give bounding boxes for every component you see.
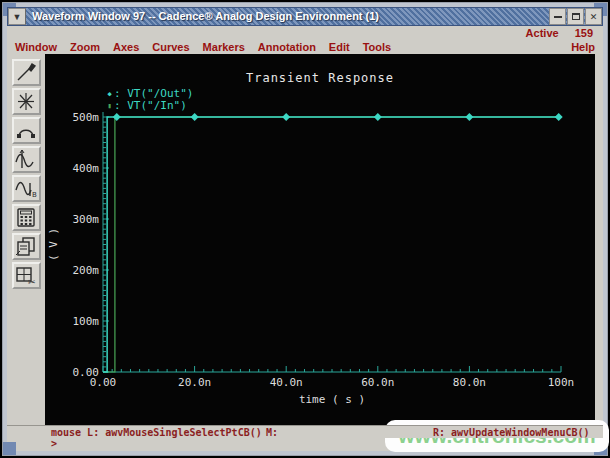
- toolbar-button-waveform-marker[interactable]: [12, 146, 41, 173]
- minimize-button[interactable]: [549, 8, 566, 25]
- trace-marker-diamond: [374, 113, 382, 121]
- y-tick-label: 300m: [73, 213, 100, 226]
- toolbar-button-wand[interactable]: [12, 59, 41, 86]
- side-toolbar: B: [7, 54, 45, 425]
- x-tick-label: 20.0n: [178, 376, 211, 389]
- active-status-row: Active 159: [7, 26, 603, 39]
- trace-marker-diamond: [191, 113, 199, 121]
- application-window: ▼ Waveform Window 97 -- Cadence® Analog …: [0, 0, 610, 458]
- plot-title: Transient Response: [45, 71, 595, 85]
- svg-text:B: B: [32, 191, 37, 199]
- status-mouse-left: mouse L: awvMouseSingleSelectPtCB(): [51, 427, 262, 438]
- legend-row-in: ▮: VT("/In"): [105, 100, 193, 112]
- close-icon: ✕: [590, 12, 598, 22]
- wand-icon: [14, 62, 38, 83]
- toolbar-button-calculator[interactable]: [12, 204, 41, 231]
- trace-marker-diamond: [113, 113, 121, 121]
- starburst-icon: [14, 91, 38, 112]
- menu-item-window[interactable]: Window: [15, 41, 57, 53]
- y-tick-label: 500m: [73, 111, 100, 124]
- active-count: 159: [575, 27, 593, 39]
- window-menu-button[interactable]: ▼: [8, 8, 26, 25]
- menu-item-markers[interactable]: Markers: [203, 41, 245, 53]
- subwave-icon: B: [14, 178, 38, 199]
- trace-marker-diamond: [282, 113, 290, 121]
- split-window-icon: ✂: [14, 265, 38, 286]
- arc-endpoints-icon: [14, 120, 38, 141]
- menu-item-tools[interactable]: Tools: [363, 41, 392, 53]
- menu-item-annotation[interactable]: Annotation: [258, 41, 316, 53]
- toolbar-button-split-window[interactable]: ✂: [12, 262, 41, 289]
- menubar: Window Zoom Axes Curves Markers Annotati…: [7, 39, 603, 53]
- window-frame: ▼ Waveform Window 97 -- Cadence® Analog …: [2, 2, 608, 456]
- waveform-marker-icon: [14, 149, 38, 170]
- y-tick-label: 0.00: [73, 366, 100, 379]
- maximize-icon: [572, 13, 580, 20]
- cli-prompt[interactable]: >: [51, 438, 57, 449]
- statusbar: mouse L: awvMouseSingleSelectPtCB() M: R…: [7, 425, 603, 439]
- x-tick-label: 100n: [548, 376, 575, 389]
- menu-item-edit[interactable]: Edit: [329, 41, 350, 53]
- menu-item-zoom[interactable]: Zoom: [70, 41, 100, 53]
- main-area: B: [7, 54, 603, 425]
- calculator-icon: [14, 207, 38, 228]
- x-tick-label: 60.0n: [361, 376, 394, 389]
- toolbar-button-starburst[interactable]: [12, 88, 41, 115]
- trace-out: [103, 117, 561, 372]
- resize-corner-bottomleft[interactable]: [3, 442, 16, 455]
- status-mouse-middle: M:: [266, 427, 278, 438]
- x-tick-label: 40.0n: [270, 376, 303, 389]
- plot-area[interactable]: 0.0020.0n40.0n60.0n80.0n100n0.00100m200m…: [45, 54, 595, 425]
- minimize-icon: [554, 16, 562, 18]
- x-tick-label: 80.0n: [453, 376, 486, 389]
- toolbar-button-copy-graph[interactable]: [12, 233, 41, 260]
- window-controls: ✕: [548, 8, 602, 25]
- svg-text:✂: ✂: [28, 277, 36, 286]
- y-tick-label: 100m: [73, 315, 100, 328]
- y-tick-label: 400m: [73, 162, 100, 175]
- titlebar[interactable]: ▼ Waveform Window 97 -- Cadence® Analog …: [7, 7, 603, 26]
- trace-in: [103, 117, 561, 372]
- y-axis-label: ( V ): [47, 228, 60, 261]
- legend: ◆: VT("/Out") ▮: VT("/In"): [105, 88, 193, 112]
- menu-item-help[interactable]: Help: [571, 41, 595, 53]
- active-label: Active: [526, 27, 559, 39]
- menu-item-curves[interactable]: Curves: [152, 41, 189, 53]
- out-trace-diamond-icon: ◆: [105, 88, 114, 100]
- window-title: Waveform Window 97 -- Cadence® Analog De…: [26, 8, 548, 25]
- copy-graph-icon: [14, 236, 38, 257]
- toolbar-button-arc[interactable]: [12, 117, 41, 144]
- menu-item-axes[interactable]: Axes: [113, 41, 139, 53]
- toolbar-button-subwave[interactable]: B: [12, 175, 41, 202]
- close-button[interactable]: ✕: [585, 8, 602, 25]
- trace-marker-diamond: [465, 113, 473, 121]
- chevron-down-icon: ▼: [13, 12, 22, 22]
- x-axis-label: time ( s ): [299, 393, 365, 406]
- in-trace-vbar-icon: ▮: [105, 100, 114, 112]
- maximize-button[interactable]: [567, 8, 584, 25]
- y-tick-label: 200m: [73, 264, 100, 277]
- trace-marker-diamond: [555, 113, 563, 121]
- legend-in-label: : VT("/In"): [114, 100, 187, 112]
- status-mouse-right: R: awvUpdateWindowMenuCB(): [433, 427, 590, 438]
